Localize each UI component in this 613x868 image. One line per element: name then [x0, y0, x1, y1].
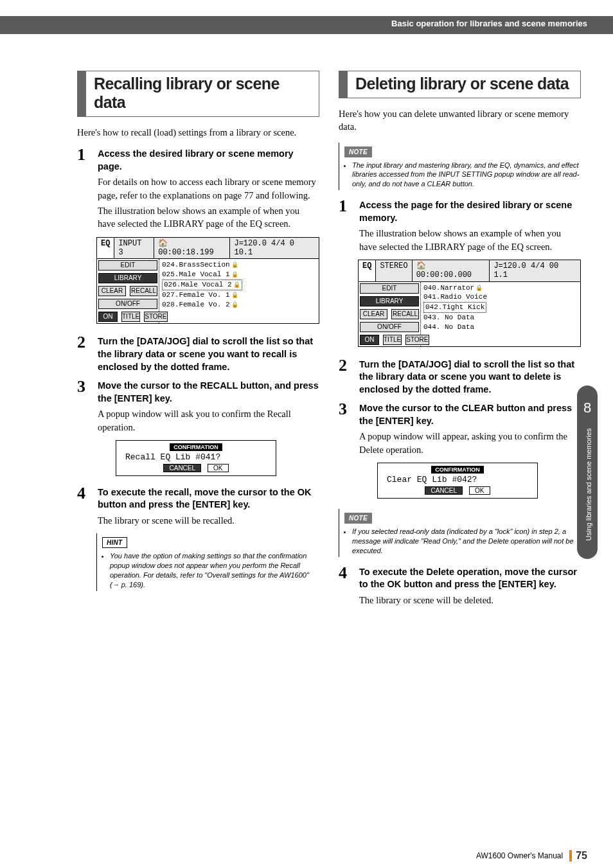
onoff-tab: ON/OFF [98, 299, 157, 309]
step-heading: Access the page for the desired library … [359, 199, 581, 224]
list-item-selected: 042.Tight Kick [423, 302, 486, 313]
list-item: 024.BrassSection [162, 260, 316, 270]
page-number: 75 [569, 850, 587, 862]
dialog-title: CONFIRMATION [431, 466, 483, 474]
on-button: ON [98, 312, 118, 322]
step-number: 1 [77, 145, 85, 164]
library-list: 040.Narrator 041.Radio Voice 042.Tight K… [421, 282, 580, 346]
screenshot-buttons: EDIT LIBRARY CLEARRECALL ON/OFF ONTITLES… [97, 259, 159, 323]
hint-tag: HINT [102, 537, 127, 548]
screenshot-header: EQ INPUT 3 🏠 00:00:18.199 J=120.0 4/4 0 … [97, 238, 319, 260]
step-1: 1 Access the desired library or scene me… [77, 148, 319, 230]
step-2: 2 Turn the [DATA/JOG] dial to scroll the… [339, 359, 581, 396]
cancel-button: CANCEL [163, 464, 201, 472]
list-item: 025.Male Vocal 1 [162, 270, 316, 279]
screenshot-header: EQ STEREO 🏠 00:00:00.000 J=120.0 4/4 00 … [359, 260, 580, 282]
chapter-tab: 8 Using libraries and scene memories [577, 385, 598, 559]
step-number: 2 [77, 333, 85, 352]
note-callout: NOTE If you selected read-only data (ind… [339, 509, 581, 557]
step-body: The library or scene will be recalled. [98, 514, 319, 527]
note-text: If you selected read-only data (indicate… [352, 527, 581, 556]
on-button: ON [360, 335, 379, 345]
left-column: Recalling library or scene data Here's h… [77, 71, 319, 613]
library-tab: LIBRARY [360, 296, 419, 306]
step-1: 1 Access the page for the desired librar… [339, 199, 581, 253]
note-callout: NOTE The input library and mastering lib… [339, 143, 581, 191]
cancel-button: CANCEL [425, 486, 463, 495]
onoff-tab: ON/OFF [360, 322, 419, 332]
step-body: A popup window will appear, asking you t… [359, 430, 581, 456]
recall-button: RECALL [130, 286, 157, 296]
manual-title: AW1600 Owner's Manual [476, 851, 563, 860]
intro-text: Here's how to recall (load) settings fro… [77, 126, 319, 139]
dialog-text: Clear EQ Lib #042? [380, 475, 535, 484]
step-heading: Turn the [DATA/JOG] dial to scroll the l… [359, 359, 581, 396]
note-text: The input library and mastering library,… [352, 161, 581, 190]
step-heading: To execute the Delete operation, move th… [359, 566, 581, 591]
tempo: J=120.0 4/4 00 1.1 [490, 260, 580, 281]
confirmation-dialog: CONFIRMATION Recall EQ Lib #041? CANCEL … [116, 440, 276, 476]
clear-button: CLEAR [98, 286, 126, 296]
dialog-title: CONFIRMATION [170, 443, 222, 451]
library-list: 024.BrassSection 025.Male Vocal 1 026.Ma… [159, 259, 319, 323]
screen-label: EQ [97, 238, 114, 259]
step-2: 2 Turn the [DATA/JOG] dial to scroll the… [77, 335, 319, 373]
library-tab: LIBRARY [98, 273, 157, 283]
timecode: 🏠 00:00:00.000 [413, 260, 490, 281]
hint-callout: HINT You have the option of making setti… [96, 533, 319, 590]
library-screenshot: EQ STEREO 🏠 00:00:00.000 J=120.0 4/4 00 … [358, 260, 581, 347]
step-4: 4 To execute the recall, move the cursor… [77, 486, 319, 527]
list-item: 043. No Data [423, 313, 578, 323]
page: Basic operation for libraries and scene … [0, 0, 613, 868]
step-number: 3 [339, 400, 347, 419]
hint-text: You have the option of making settings s… [110, 551, 319, 589]
step-heading: Move the cursor to the RECALL button, an… [98, 380, 319, 405]
clear-button: CLEAR [360, 309, 387, 319]
title-button: TITLE [383, 335, 402, 345]
edit-tab: EDIT [98, 260, 157, 270]
step-heading: Move the cursor to the CLEAR button and … [359, 402, 581, 427]
list-item: 027.Female Vo. 1 [162, 290, 316, 300]
list-item-selected: 026.Male Vocal 2 [162, 279, 242, 290]
step-body: For details on how to access each librar… [98, 175, 319, 202]
section-title-delete: Deleting library or scene data [339, 71, 581, 98]
channel-label: STEREO [376, 260, 412, 281]
note-tag: NOTE [344, 513, 372, 524]
step-number: 4 [77, 484, 85, 503]
intro-text: Here's how you can delete unwanted libra… [339, 107, 581, 134]
list-item: 044. No Data [423, 323, 578, 332]
list-item: 041.Radio Voice [423, 292, 578, 302]
step-number: 3 [77, 377, 85, 396]
tempo: J=120.0 4/4 0 10.1 [230, 238, 319, 259]
ok-button: OK [469, 486, 490, 495]
content-columns: Recalling library or scene data Here's h… [77, 71, 581, 613]
step-body: The illustration below shows an example … [98, 204, 319, 231]
footer: AW1600 Owner's Manual 75 [476, 850, 587, 862]
channel-label: INPUT 3 [114, 238, 154, 259]
ok-button: OK [208, 464, 228, 472]
screenshot-buttons: EDIT LIBRARY CLEARRECALL ON/OFF ONTITLES… [359, 282, 421, 346]
chapter-label: Using libraries and scene memories [585, 427, 592, 542]
screen-label: EQ [359, 260, 376, 281]
step-3: 3 Move the cursor to the CLEAR button an… [339, 402, 581, 456]
recall-button: RECALL [391, 309, 419, 319]
note-tag: NOTE [344, 146, 372, 157]
list-item: 028.Female Vo. 2 [162, 300, 316, 310]
library-screenshot: EQ INPUT 3 🏠 00:00:18.199 J=120.0 4/4 0 … [96, 237, 319, 324]
dialog-text: Recall EQ Lib #041? [119, 452, 273, 462]
step-number: 4 [339, 563, 347, 583]
timecode: 🏠 00:00:18.199 [154, 238, 230, 259]
list-item: 040.Narrator [423, 283, 578, 293]
step-body: The library or scene will be deleted. [359, 594, 581, 607]
step-heading: Turn the [DATA/JOG] dial to scroll the l… [98, 335, 319, 373]
step-heading: Access the desired library or scene memo… [98, 148, 319, 173]
step-body: The illustration below shows an example … [359, 227, 581, 253]
step-4: 4 To execute the Delete operation, move … [339, 566, 581, 607]
confirmation-dialog: CONFIRMATION Clear EQ Lib #042? CANCEL O… [377, 463, 538, 499]
step-heading: To execute the recall, move the cursor t… [98, 486, 319, 511]
step-number: 1 [339, 197, 347, 216]
step-3: 3 Move the cursor to the RECALL button, … [77, 380, 319, 434]
right-column: Deleting library or scene data Here's ho… [339, 71, 581, 613]
title-button: TITLE [121, 312, 140, 322]
breadcrumb: Basic operation for libraries and scene … [391, 19, 587, 28]
